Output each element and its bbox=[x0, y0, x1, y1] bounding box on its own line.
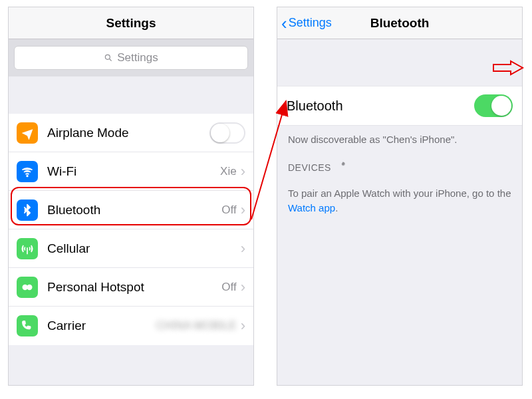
watch-app-link[interactable]: Watch app bbox=[288, 202, 335, 213]
row-airplane-mode[interactable]: Airplane Mode bbox=[9, 114, 253, 152]
airplane-toggle[interactable] bbox=[209, 122, 245, 144]
back-label: Settings bbox=[289, 16, 332, 30]
svg-line-1 bbox=[110, 59, 112, 61]
section-gap bbox=[9, 76, 253, 114]
back-button[interactable]: ‹ Settings bbox=[281, 15, 332, 32]
row-label: Bluetooth bbox=[287, 98, 474, 114]
chevron-right-icon: › bbox=[241, 203, 245, 217]
discoverable-caption: Now discoverable as "Chen's iPhone". bbox=[277, 126, 522, 160]
pair-text-prefix: To pair an Apple Watch with your iPhone,… bbox=[288, 188, 511, 199]
loading-spinner-icon bbox=[338, 162, 348, 173]
section-gap bbox=[277, 39, 522, 86]
settings-list: Airplane Mode Wi-Fi Xie › Bluetooth Off … bbox=[9, 114, 253, 345]
row-value: Off bbox=[221, 281, 236, 294]
bluetooth-detail-pane: ‹ Settings Bluetooth Bluetooth Now disco… bbox=[277, 7, 523, 386]
bluetooth-toggle-row[interactable]: Bluetooth bbox=[277, 86, 522, 126]
row-value: Xie bbox=[220, 165, 237, 178]
row-label: Personal Hotspot bbox=[47, 280, 221, 295]
pair-text-suffix: . bbox=[335, 202, 338, 213]
chevron-right-icon: › bbox=[241, 164, 245, 179]
carrier-icon bbox=[17, 315, 38, 336]
search-placeholder: Settings bbox=[117, 51, 158, 65]
settings-root-pane: Settings Settings Airplane Mode bbox=[8, 7, 254, 386]
airplane-icon bbox=[17, 122, 38, 144]
row-wifi[interactable]: Wi-Fi Xie › bbox=[9, 152, 253, 191]
cellular-icon bbox=[17, 238, 38, 259]
chevron-right-icon: › bbox=[241, 280, 245, 295]
row-label: Carrier bbox=[47, 319, 156, 333]
navbar: Settings bbox=[9, 7, 253, 39]
hotspot-icon bbox=[17, 277, 38, 298]
chevron-left-icon: ‹ bbox=[281, 15, 287, 32]
page-title: Bluetooth bbox=[370, 16, 430, 31]
row-bluetooth[interactable]: Bluetooth Off › bbox=[9, 191, 253, 229]
row-cellular[interactable]: Cellular › bbox=[9, 229, 253, 268]
chevron-right-icon: › bbox=[241, 241, 245, 256]
svg-point-5 bbox=[27, 285, 32, 289]
search-input[interactable]: Settings bbox=[14, 46, 248, 70]
pair-instructions: To pair an Apple Watch with your iPhone,… bbox=[277, 182, 522, 226]
bluetooth-icon bbox=[17, 200, 38, 221]
search-icon bbox=[104, 53, 113, 63]
row-value: CHINA MOBILE bbox=[156, 319, 237, 332]
svg-point-4 bbox=[23, 285, 27, 289]
svg-point-2 bbox=[27, 175, 28, 176]
row-label: Bluetooth bbox=[47, 203, 221, 217]
svg-point-0 bbox=[106, 55, 110, 59]
search-bar-container: Settings bbox=[9, 39, 253, 76]
row-carrier[interactable]: Carrier CHINA MOBILE › bbox=[9, 307, 253, 345]
devices-header-label: DEVICES bbox=[288, 162, 331, 173]
row-label: Wi-Fi bbox=[47, 164, 220, 179]
navbar: ‹ Settings Bluetooth bbox=[277, 7, 522, 39]
row-label: Airplane Mode bbox=[47, 126, 209, 140]
row-label: Cellular bbox=[47, 241, 241, 256]
row-personal-hotspot[interactable]: Personal Hotspot Off › bbox=[9, 268, 253, 307]
chevron-right-icon: › bbox=[241, 319, 245, 333]
wifi-icon bbox=[17, 161, 38, 182]
devices-header: DEVICES bbox=[277, 160, 522, 182]
bluetooth-toggle[interactable] bbox=[474, 94, 513, 117]
row-value: Off bbox=[221, 203, 236, 217]
page-title: Settings bbox=[106, 16, 156, 31]
